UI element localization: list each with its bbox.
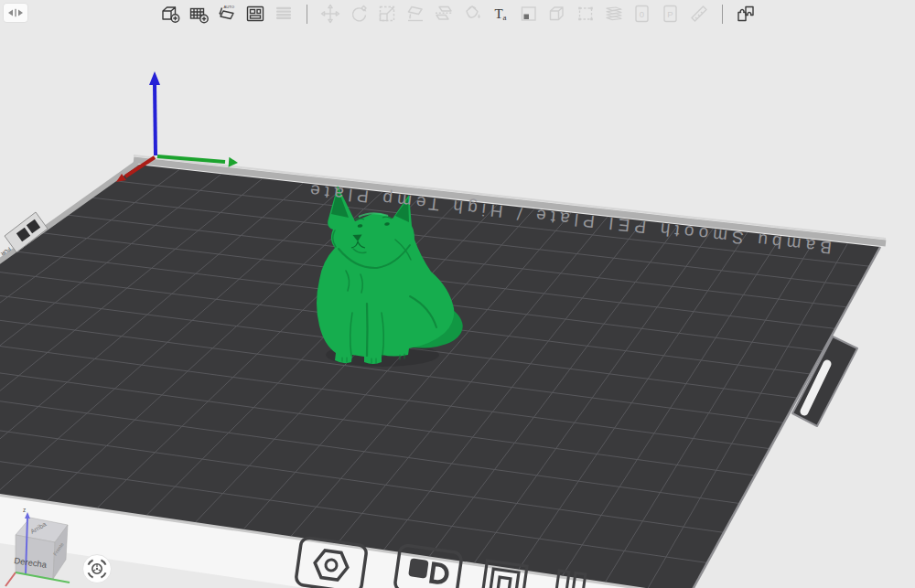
svg-text:a: a xyxy=(503,13,507,22)
variable-layer-height-button[interactable] xyxy=(603,3,625,25)
doc-icon: 0 xyxy=(631,3,653,25)
mesh-boolean-button[interactable] xyxy=(546,3,568,25)
collapse-panels-icon xyxy=(5,6,26,19)
cut-button[interactable] xyxy=(433,3,455,25)
place-on-face-icon xyxy=(404,3,426,25)
move-button[interactable] xyxy=(319,3,341,25)
add-model-icon xyxy=(159,3,181,25)
puzzle-icon xyxy=(735,3,757,25)
move-icon xyxy=(319,3,341,25)
separator-2 xyxy=(722,5,723,24)
seam-icon xyxy=(575,3,597,25)
support-paint-icon xyxy=(518,3,540,25)
arrange-icon xyxy=(244,3,266,25)
layer-stack-icon xyxy=(603,3,625,25)
text-icon: T a xyxy=(490,3,511,25)
seam-paint-button[interactable] xyxy=(575,3,597,25)
svg-text:AUTO: AUTO xyxy=(224,5,235,9)
auto-orient-icon: AUTO xyxy=(216,3,238,25)
text-tool-button[interactable]: T a xyxy=(490,3,511,25)
rotate-button[interactable] xyxy=(348,3,370,25)
slicer-3d-viewport[interactable]: Bambu Smooth PEI Plate / High Temp Plate… xyxy=(0,0,915,588)
doc-icon: P xyxy=(660,3,682,25)
split-objects-button[interactable] xyxy=(273,3,295,25)
place-on-face-button[interactable] xyxy=(404,3,426,25)
svg-text:0: 0 xyxy=(640,9,644,19)
color-paint-button[interactable] xyxy=(461,3,483,25)
layers-lines-icon xyxy=(273,3,295,25)
assembly-view-button[interactable] xyxy=(735,3,757,25)
navcube-z-label: z xyxy=(23,507,26,513)
process-doc-button[interactable]: P xyxy=(660,3,682,25)
separator-1 xyxy=(307,5,307,24)
add-plate-button[interactable] xyxy=(188,3,210,25)
cut-icon xyxy=(433,3,455,25)
svg-text:P: P xyxy=(667,9,673,19)
svg-text:T: T xyxy=(495,6,503,21)
scene-canvas[interactable]: Bambu Smooth PEI Plate / High Temp Plate… xyxy=(0,0,915,588)
measure-button[interactable] xyxy=(688,3,710,25)
paint-bucket-icon xyxy=(461,3,483,25)
cube-icon xyxy=(546,3,568,25)
arrange-button[interactable] xyxy=(244,3,266,25)
add-model-button[interactable] xyxy=(159,3,181,25)
ruler-icon xyxy=(688,3,710,25)
add-plate-icon xyxy=(188,3,210,25)
scale-icon xyxy=(376,3,398,25)
support-paint-button[interactable] xyxy=(518,3,540,25)
auto-orient-button[interactable]: AUTO xyxy=(216,3,238,25)
reset-view-button[interactable] xyxy=(83,555,112,583)
object-doc-button[interactable]: 0 xyxy=(631,3,653,25)
collapse-panel-button[interactable] xyxy=(3,3,28,23)
scale-button[interactable] xyxy=(376,3,398,25)
rotate-icon xyxy=(348,3,370,25)
z-axis-arrow xyxy=(155,84,156,155)
top-toolbar: AUTO T a 0 P xyxy=(159,1,757,27)
